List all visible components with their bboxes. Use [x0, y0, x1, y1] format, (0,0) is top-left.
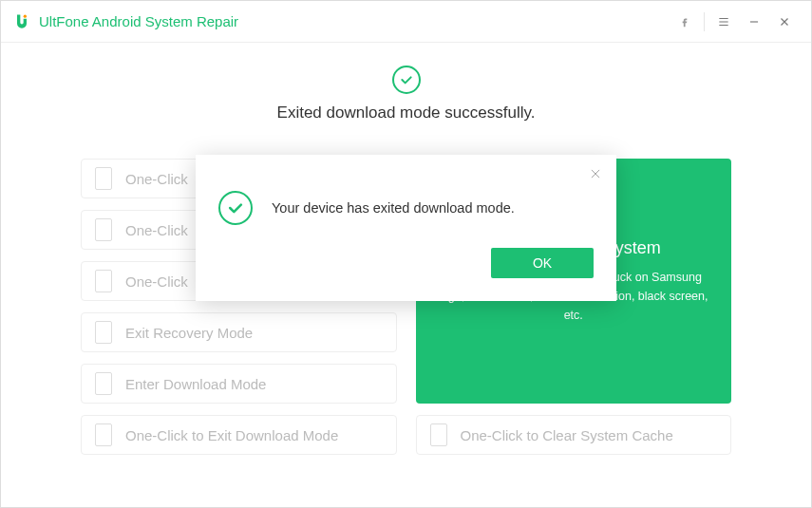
app-title: UltFone Android System Repair	[39, 13, 238, 29]
phone-icon	[95, 372, 112, 395]
close-button[interactable]	[769, 1, 800, 43]
title-left: UltFone Android System Repair	[12, 12, 238, 31]
option-label: One-Click to Clear System Cache	[461, 427, 673, 443]
minimize-button[interactable]	[739, 1, 769, 43]
titlebar: UltFone Android System Repair	[1, 1, 811, 43]
option-label: Enter Download Mode	[125, 376, 266, 392]
app-logo-icon	[12, 12, 31, 31]
phone-icon	[95, 270, 112, 292]
option-label: One-Click	[125, 171, 188, 187]
separator	[704, 12, 705, 31]
exit-recovery-mode-button[interactable]: Exit Recovery Mode	[81, 312, 397, 352]
ok-button[interactable]: OK	[491, 248, 594, 278]
success-header: Exited download mode successfully.	[81, 66, 731, 122]
menu-icon[interactable]	[708, 1, 739, 43]
phone-icon	[95, 423, 112, 446]
modal-message: Your device has exited download mode.	[272, 200, 515, 216]
option-label: Exit Recovery Mode	[125, 325, 253, 341]
enter-download-mode-button[interactable]: Enter Download Mode	[81, 364, 397, 404]
phone-icon	[430, 423, 447, 446]
option-label: One-Click to Exit Download Mode	[125, 427, 338, 443]
modal-dialog: Your device has exited download mode. OK	[196, 155, 616, 301]
check-circle-icon	[218, 191, 253, 225]
facebook-icon[interactable]	[670, 1, 700, 43]
close-icon[interactable]	[586, 164, 605, 183]
phone-icon	[95, 218, 112, 241]
title-right	[670, 1, 800, 43]
svg-point-0	[24, 14, 27, 17]
app-window: UltFone Android System Repair Exited dow…	[0, 0, 812, 508]
success-message: Exited download mode successfully.	[277, 103, 536, 122]
clear-cache-button[interactable]: One-Click to Clear System Cache	[416, 415, 732, 455]
option-label: One-Click	[125, 222, 188, 238]
modal-actions: OK	[218, 248, 594, 278]
check-circle-icon	[392, 66, 421, 94]
modal-body: Your device has exited download mode.	[218, 191, 594, 225]
phone-icon	[95, 167, 112, 190]
phone-icon	[95, 321, 112, 344]
exit-download-mode-button[interactable]: One-Click to Exit Download Mode	[81, 415, 397, 455]
option-label: One-Click	[125, 273, 188, 290]
